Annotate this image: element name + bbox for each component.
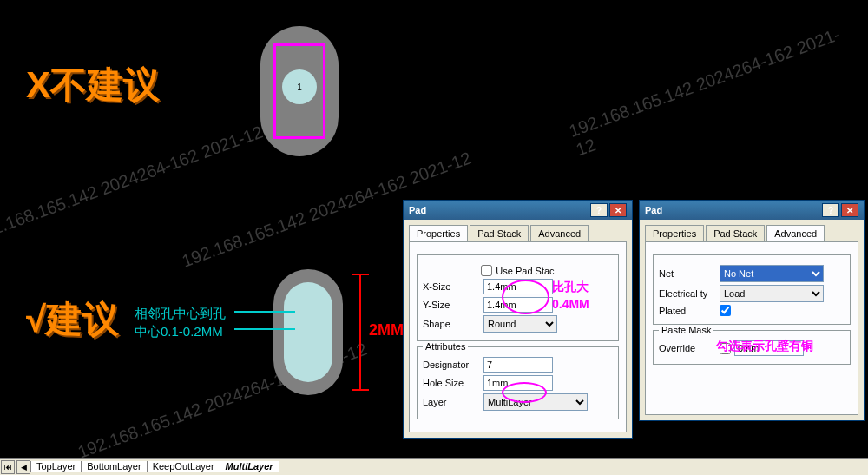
- help-button[interactable]: ?: [822, 203, 839, 217]
- layer-select[interactable]: MultiLayer: [483, 393, 588, 411]
- watermark: 192.168.165.142 2024264-162 2021-12: [567, 19, 866, 161]
- net-group: Net No Net Electrical ty Load Plated: [653, 254, 851, 325]
- override-label: Override: [659, 343, 720, 353]
- use-pad-stack-label: Use Pad Stac: [496, 266, 554, 276]
- layer-tab-bottom[interactable]: BottomLayer: [81, 461, 147, 472]
- y-size-label: Y-Size: [423, 300, 483, 310]
- tab-properties[interactable]: Properties: [645, 225, 704, 241]
- layer-tab-multilayer[interactable]: MultiLayer: [220, 461, 279, 472]
- plated-label: Plated: [659, 306, 720, 316]
- tab-pad-stack[interactable]: Pad Stack: [470, 225, 529, 241]
- y-size-input[interactable]: [483, 297, 553, 313]
- hint-line2: 中心0.1-0.2MM: [135, 322, 226, 340]
- recommend-label: √建议: [26, 295, 119, 344]
- use-pad-stack-checkbox[interactable]: [481, 265, 492, 276]
- pad-dialog-advanced: Pad ? ✕ Properties Pad Stack Advanced Ne…: [639, 200, 865, 421]
- net-select[interactable]: No Net: [720, 265, 824, 282]
- hint-leader-1: [234, 311, 295, 313]
- plated-checkbox[interactable]: [720, 305, 731, 316]
- hole-size-input[interactable]: [483, 375, 553, 391]
- x-size-label: X-Size: [423, 281, 483, 292]
- bigger-than-hole-ann2: 0.4MM: [552, 297, 589, 311]
- tab-panel: Use Pad Stac X-Size Y-Size Shape Round A…: [409, 241, 627, 432]
- help-button[interactable]: ?: [590, 203, 608, 217]
- plated-hint-ann: 勾选表示孔壁有铜: [716, 339, 813, 354]
- pad-hole: 1: [282, 69, 317, 104]
- scroll-first-icon[interactable]: ⏮: [1, 460, 15, 474]
- dimension-line: [352, 274, 369, 391]
- tab-properties[interactable]: Properties: [409, 225, 468, 241]
- dialog-title: Pad: [409, 205, 426, 215]
- hint-leader-2: [234, 328, 295, 330]
- pad-shape-not-recommended: 1: [260, 26, 339, 156]
- close-button[interactable]: ✕: [841, 203, 858, 217]
- not-recommend-label: X不建议: [26, 61, 160, 109]
- layer-tab-keepout[interactable]: KeepOutLayer: [147, 461, 220, 472]
- designator-label: Designator: [423, 360, 483, 370]
- pad-shape-recommended: [273, 269, 343, 395]
- dialog-titlebar[interactable]: Pad ? ✕: [404, 201, 632, 220]
- paste-mask-title: Paste Mask: [659, 325, 713, 335]
- watermark: 192.168.165.142 2024264-162 2021-12: [0, 122, 266, 245]
- x-size-input[interactable]: [483, 279, 553, 294]
- adjacent-hole-hint: 相邻孔中心到孔 中心0.1-0.2MM: [135, 304, 226, 340]
- tab-advanced[interactable]: Advanced: [530, 225, 589, 241]
- tab-bar: Properties Pad Stack Advanced: [404, 220, 632, 241]
- layer-tab-bar: ⏮ ◀ TopLayer BottomLayer KeepOutLayer Mu…: [0, 458, 868, 475]
- attributes-title: Attributes: [423, 341, 468, 352]
- electrical-select[interactable]: Load: [720, 285, 824, 302]
- bigger-than-hole-ann1: 比孔大: [552, 280, 589, 295]
- scroll-prev-icon[interactable]: ◀: [16, 460, 30, 474]
- dimension-2mm: 2MM: [369, 321, 404, 340]
- net-label: Net: [659, 268, 720, 279]
- tab-panel: Net No Net Electrical ty Load Plated Pas…: [645, 241, 858, 415]
- layer-tab-top[interactable]: TopLayer: [30, 461, 82, 472]
- layer-label: Layer: [423, 397, 483, 407]
- hole-size-label: Hole Size: [423, 378, 483, 388]
- close-button[interactable]: ✕: [609, 203, 627, 217]
- tab-bar: Properties Pad Stack Advanced: [640, 220, 864, 241]
- tab-advanced[interactable]: Advanced: [766, 225, 825, 241]
- tab-pad-stack[interactable]: Pad Stack: [706, 225, 765, 241]
- attributes-group: Attributes Designator Hole Size Layer Mu…: [417, 346, 619, 419]
- pad-slot-hole: [284, 282, 332, 382]
- dialog-titlebar[interactable]: Pad ? ✕: [640, 201, 864, 220]
- dialog-title: Pad: [645, 205, 662, 215]
- hint-line1: 相邻孔中心到孔: [135, 304, 226, 322]
- electrical-label: Electrical ty: [659, 288, 720, 299]
- shape-select[interactable]: Round: [483, 315, 557, 333]
- shape-label: Shape: [423, 319, 483, 329]
- designator-input[interactable]: [483, 357, 553, 373]
- pad-dialog-properties: Pad ? ✕ Properties Pad Stack Advanced Us…: [403, 200, 633, 439]
